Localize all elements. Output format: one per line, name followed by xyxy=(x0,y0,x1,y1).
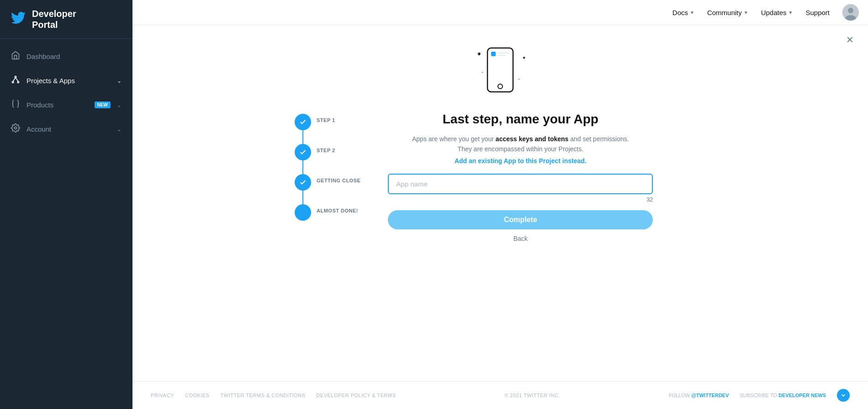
sidebar-item-account[interactable]: Account ⌄ xyxy=(0,117,132,141)
wizard-steps: STEP 1 STEP 2 xyxy=(295,112,360,221)
step-4-label: ALMOST DONE! xyxy=(317,204,358,213)
step-3-label: GETTING CLOSE xyxy=(317,174,360,183)
dashboard-label: Dashboard xyxy=(26,53,122,60)
user-avatar[interactable] xyxy=(842,4,859,21)
step-3-text: GETTING CLOSE xyxy=(317,178,360,183)
sidebar-logo[interactable]: DeveloperPortal xyxy=(0,0,132,39)
svg-rect-14 xyxy=(491,52,496,56)
footer-subscribe-text: SUBSCRIBE TO DEVELOPER NEWS xyxy=(740,393,826,398)
footer-cookies[interactable]: COOKIES xyxy=(185,393,210,398)
close-button[interactable]: ✕ xyxy=(842,32,857,47)
house-icon xyxy=(11,51,20,62)
sidebar-item-products[interactable]: Products NEW ⌄ xyxy=(0,93,132,117)
step-2-text: STEP 2 xyxy=(317,148,335,153)
chevron-down-icon-account: ⌄ xyxy=(117,126,122,133)
step-4-circle xyxy=(295,204,311,221)
new-badge: NEW xyxy=(95,101,111,108)
sidebar: DeveloperPortal Dashboard Projects & App… xyxy=(0,0,132,409)
svg-point-2 xyxy=(17,81,19,83)
account-label: Account xyxy=(26,125,111,133)
curly-braces-icon xyxy=(11,99,20,111)
svg-point-1 xyxy=(12,81,14,83)
app-name-input[interactable] xyxy=(388,174,653,194)
updates-label: Updates xyxy=(761,9,787,16)
nav-updates[interactable]: Updates ▼ xyxy=(757,6,798,19)
projects-apps-label: Projects & Apps xyxy=(26,77,111,85)
footer-developer-policy[interactable]: DEVELOPER POLICY & TERMS xyxy=(316,393,396,398)
chevron-down-icon: ⌄ xyxy=(117,78,122,84)
svg-rect-15 xyxy=(498,53,509,53)
complete-button[interactable]: Complete xyxy=(388,210,653,229)
svg-point-5 xyxy=(15,127,17,129)
chevron-down-icon-products: ⌄ xyxy=(117,102,122,108)
footer-copyright: © 2021 TWITTER INC. xyxy=(504,393,560,398)
footer-twitter-terms[interactable]: TWITTER TERMS & CONDITIONS xyxy=(221,393,306,398)
step-2-circle xyxy=(295,144,311,160)
network-icon xyxy=(11,75,20,86)
community-chevron-icon: ▼ xyxy=(744,10,748,15)
svg-point-7 xyxy=(848,8,853,13)
step-1-circle xyxy=(295,114,311,130)
add-existing-app-link[interactable]: Add an existing App to this Project inst… xyxy=(388,157,653,165)
wizard-step-2: STEP 2 xyxy=(295,144,360,160)
svg-line-4 xyxy=(16,78,18,81)
gear-icon xyxy=(11,123,20,135)
nav-links: Docs ▼ Community ▼ Updates ▼ Support xyxy=(668,4,859,21)
sidebar-item-dashboard[interactable]: Dashboard xyxy=(0,44,132,69)
portal-title: DeveloperPortal xyxy=(32,8,76,30)
scroll-down-button[interactable] xyxy=(837,389,850,402)
footer-twitter-dev-link[interactable]: @TWITTERDEV xyxy=(691,393,729,398)
form-bold-text: access keys and tokens xyxy=(496,135,569,143)
step-1-label: STEP 1 xyxy=(317,114,335,123)
svg-rect-16 xyxy=(498,55,506,56)
docs-chevron-icon: ▼ xyxy=(690,10,694,15)
sidebar-navigation: Dashboard Projects & Apps ⌄ Products NEW… xyxy=(0,39,132,409)
footer-follow-text: FOLLOW @TWITTERDEV xyxy=(669,393,729,398)
step-4-text: ALMOST DONE! xyxy=(317,208,358,213)
svg-line-3 xyxy=(13,78,16,81)
updates-chevron-icon: ▼ xyxy=(789,10,793,15)
nav-community[interactable]: Community ▼ xyxy=(703,6,753,19)
step-1-text: STEP 1 xyxy=(317,117,335,123)
nav-docs[interactable]: Docs ▼ xyxy=(668,6,699,19)
form-title: Last step, name your App xyxy=(388,112,653,127)
content-area: ✕ ✦ ✦ • • xyxy=(132,25,868,381)
wizard-step-1: STEP 1 xyxy=(295,114,360,130)
back-link[interactable]: Back xyxy=(388,235,653,242)
community-label: Community xyxy=(707,9,742,16)
docs-label: Docs xyxy=(672,9,688,16)
form-section: Last step, name your App Apps are where … xyxy=(388,112,653,242)
wizard-layout: STEP 1 STEP 2 xyxy=(295,112,706,242)
main-content: ✕ ✦ ✦ • • xyxy=(132,25,868,409)
char-count: 32 xyxy=(388,196,653,203)
footer-right: FOLLOW @TWITTERDEV SUBSCRIBE TO DEVELOPE… xyxy=(669,389,850,402)
svg-text:✦: ✦ xyxy=(522,55,526,60)
footer: PRIVACY COOKIES TWITTER TERMS & CONDITIO… xyxy=(132,381,868,409)
wizard-step-4: ALMOST DONE! xyxy=(295,204,360,221)
nav-support[interactable]: Support xyxy=(801,6,834,19)
sidebar-item-projects-apps[interactable]: Projects & Apps ⌄ xyxy=(0,69,132,93)
footer-developer-news-link[interactable]: DEVELOPER NEWS xyxy=(778,393,826,398)
wizard-step-3: GETTING CLOSE xyxy=(295,174,360,191)
footer-links: PRIVACY COOKIES TWITTER TERMS & CONDITIO… xyxy=(151,393,396,398)
products-label: Products xyxy=(26,101,88,109)
support-label: Support xyxy=(805,9,830,16)
phone-illustration: ✦ ✦ • • xyxy=(473,39,528,98)
step-3-circle xyxy=(295,174,311,191)
form-description: Apps are where you get your access keys … xyxy=(388,134,653,154)
step-2-label: STEP 2 xyxy=(317,144,335,153)
svg-text:•: • xyxy=(482,71,483,74)
footer-privacy[interactable]: PRIVACY xyxy=(151,393,174,398)
top-navigation: Docs ▼ Community ▼ Updates ▼ Support xyxy=(132,0,868,25)
twitter-bird-icon xyxy=(11,11,26,28)
svg-point-0 xyxy=(15,76,16,78)
svg-text:✦: ✦ xyxy=(476,50,482,58)
svg-text:•: • xyxy=(519,78,519,80)
